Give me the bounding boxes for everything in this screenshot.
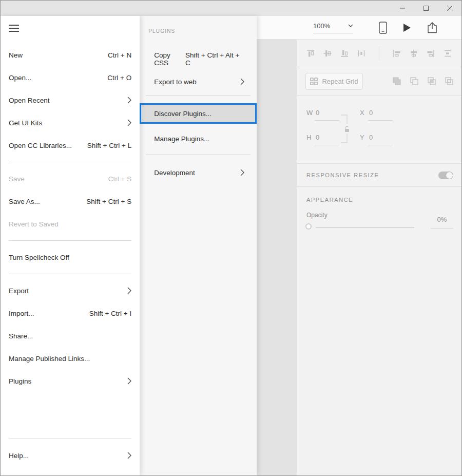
opacity-value[interactable]: 0% <box>431 216 453 229</box>
menu-label: Copy CSS <box>154 51 185 67</box>
responsive-resize-section: RESPONSIVE RESIZE <box>297 164 461 187</box>
y-value[interactable]: 0 <box>368 134 393 145</box>
width-value[interactable]: 0 <box>315 109 339 121</box>
menu-item-import[interactable]: Import... Shift + Ctrl + I <box>1 302 140 325</box>
menu-item-save-as[interactable]: Save As... Shift + Ctrl + S <box>1 190 140 213</box>
menu-label: Manage Published Links... <box>9 355 90 363</box>
share-export-icon[interactable] <box>427 22 437 33</box>
zoom-level-value: 100% <box>313 22 330 30</box>
minimize-button[interactable] <box>391 1 414 16</box>
menu-item-open-cc-libraries[interactable]: Open CC Libraries... Shift + Ctrl + L <box>1 134 140 157</box>
canvas-area[interactable] <box>257 40 297 475</box>
distribute-horizontal-icon[interactable] <box>356 48 367 59</box>
menu-label: Discover Plugins... <box>154 110 211 118</box>
boolean-operations <box>392 76 455 87</box>
boolean-intersect-icon[interactable] <box>427 76 437 87</box>
opacity-label: Opacity <box>306 212 328 219</box>
menu-shortcut: Shift + Ctrl + Alt + C <box>185 51 244 67</box>
appearance-header: APPEARANCE <box>306 197 353 203</box>
menu-shortcut: Shift + Ctrl + S <box>86 198 131 205</box>
submenu-item-copy-css[interactable]: Copy CSS Shift + Ctrl + Alt + C <box>140 48 257 70</box>
submenu-item-export-to-web[interactable]: Export to web <box>140 70 257 93</box>
menu-item-export[interactable]: Export <box>1 279 140 302</box>
menu-shortcut: Shift + Ctrl + L <box>87 142 131 149</box>
menu-label: Manage Plugins... <box>154 135 209 143</box>
height-field[interactable]: H0 <box>306 134 339 145</box>
minimize-icon <box>399 5 406 11</box>
responsive-resize-toggle[interactable] <box>438 172 453 179</box>
menu-item-save: Save Ctrl + S <box>1 167 140 190</box>
repeat-grid-label: Repeat Grid <box>322 78 358 85</box>
repeat-grid-button[interactable]: Repeat Grid <box>305 73 363 90</box>
menu-shortcut: Ctrl + N <box>108 51 131 59</box>
menu-divider <box>146 96 251 96</box>
top-toolbar: 100% <box>257 16 461 40</box>
boolean-exclude-overlap-icon[interactable] <box>444 76 455 87</box>
menu-item-open[interactable]: Open... Ctrl + O <box>1 66 140 89</box>
distribute-vertical-icon[interactable] <box>442 48 453 59</box>
repeat-grid-row: Repeat Grid <box>297 67 461 96</box>
chevron-right-icon <box>127 287 131 294</box>
toggle-knob <box>446 172 453 179</box>
toolbar-separator <box>379 46 379 61</box>
menu-shortcut: Shift + Ctrl + I <box>89 310 132 317</box>
zoom-level-dropdown[interactable]: 100% <box>313 22 353 33</box>
x-value[interactable]: 0 <box>368 109 393 121</box>
slider-track <box>316 227 414 228</box>
x-field[interactable]: X0 <box>360 109 393 121</box>
submenu-item-development[interactable]: Development <box>140 161 257 184</box>
menu-shortcut: Ctrl + O <box>107 74 131 82</box>
desktop-preview-play-icon[interactable] <box>403 23 411 32</box>
y-label: Y <box>360 134 368 141</box>
plugins-submenu-panel: PLUGINS Copy CSS Shift + Ctrl + Alt + C … <box>140 16 257 475</box>
menu-item-open-recent[interactable]: Open Recent <box>1 89 140 111</box>
align-left-icon[interactable] <box>392 48 402 59</box>
menu-label: Save As... <box>9 198 40 205</box>
chevron-right-icon <box>127 97 131 104</box>
submenu-item-discover-plugins[interactable]: Discover Plugins... <box>140 103 257 124</box>
align-bottom-icon[interactable] <box>339 48 350 59</box>
menu-label: Plugins <box>9 377 31 385</box>
align-right-icon[interactable] <box>426 48 436 59</box>
height-label: H <box>306 134 315 141</box>
menu-divider <box>9 240 131 241</box>
chevron-right-icon <box>127 119 131 126</box>
transform-section: W0 X0 H0 Y0 <box>297 96 461 164</box>
menu-item-help[interactable]: Help... <box>1 444 140 467</box>
menu-label: Save <box>9 175 25 183</box>
chevron-right-icon <box>240 78 244 85</box>
align-center-horizontal-icon[interactable] <box>409 48 419 59</box>
menu-item-turn-spellcheck-off[interactable]: Turn Spellcheck Off <box>1 246 140 269</box>
width-field[interactable]: W0 <box>306 109 339 121</box>
align-middle-vertical-icon[interactable] <box>322 48 333 59</box>
aspect-ratio-lock-icon[interactable] <box>340 114 351 144</box>
menu-label: Export to web <box>154 78 197 86</box>
menu-label: Turn Spellcheck Off <box>9 254 69 261</box>
maximize-icon <box>423 5 429 11</box>
align-top-icon[interactable] <box>305 48 316 59</box>
boolean-add-icon[interactable] <box>392 76 402 87</box>
submenu-item-manage-plugins[interactable]: Manage Plugins... <box>140 127 257 150</box>
maximize-button[interactable] <box>414 1 438 16</box>
height-value[interactable]: 0 <box>315 134 339 145</box>
repeat-grid-icon <box>310 78 318 85</box>
slider-knob[interactable] <box>305 223 312 230</box>
appearance-section: APPEARANCE Opacity 0% <box>297 187 461 243</box>
menu-item-plugins[interactable]: Plugins <box>1 370 140 392</box>
menu-item-new[interactable]: New Ctrl + N <box>1 44 140 66</box>
file-menu-panel: New Ctrl + N Open... Ctrl + O Open Recen… <box>1 16 140 475</box>
preview-on-device-icon[interactable] <box>379 22 387 34</box>
x-label: X <box>360 109 368 117</box>
menu-item-share[interactable]: Share... <box>1 325 140 347</box>
titlebar <box>1 1 461 16</box>
boolean-subtract-icon[interactable] <box>409 76 420 87</box>
y-field[interactable]: Y0 <box>360 134 393 145</box>
menu-item-get-ui-kits[interactable]: Get UI Kits <box>1 111 140 134</box>
close-button[interactable] <box>438 1 461 16</box>
hamburger-menu-icon[interactable] <box>9 23 22 44</box>
opacity-slider[interactable] <box>305 223 414 232</box>
menu-label: New <box>9 51 23 59</box>
menu-divider <box>146 155 251 155</box>
menu-item-manage-published-links[interactable]: Manage Published Links... <box>1 347 140 370</box>
menu-divider <box>9 162 131 162</box>
